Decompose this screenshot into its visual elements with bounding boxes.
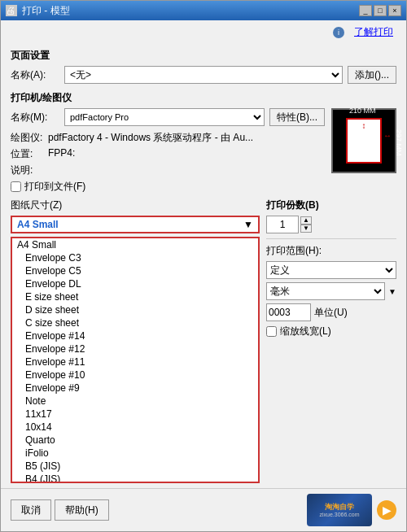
list-item[interactable]: 11x17 [12,408,258,421]
printer-name-label: 名称(M): [11,111,59,124]
print-to-file-row: 打印到文件(F) [11,180,325,194]
maximize-button[interactable]: □ [374,5,387,16]
list-item[interactable]: Envelope DL [12,277,258,290]
unit-section: 毫米 英寸 ▼ [266,282,396,300]
lineweight-row: 缩放线宽(L) [266,325,396,338]
unit-dropdown[interactable]: 毫米 英寸 [266,282,385,300]
printer-name-row: 名称(M): pdfFactory Pro 特性(B)... [11,108,325,126]
print-to-file-label: 打印到文件(F) [24,180,85,194]
printer-left: 名称(M): pdfFactory Pro 特性(B)... 绘图仪: pdfF… [11,108,325,194]
close-button[interactable]: × [388,5,401,16]
print-preview: 210 MM ↕ 297 MM ↔ [331,108,396,173]
dimension-row: 单位(U) [266,303,396,321]
bottom-right: 淘淘自学 zixue.3066.com ▶ [307,494,396,526]
spinner-up-button[interactable]: ▲ [300,216,312,225]
title-bar-left: 🖨 打印 - 模型 [6,4,70,18]
help-button[interactable]: 帮助(H) [55,499,109,521]
paper-size-listbox[interactable]: A4 SmallEnvelope C3Envelope C5Envelope D… [11,237,260,483]
list-item[interactable]: Quarto [12,434,258,447]
brand-url: zixue.3066.com [319,512,359,517]
spinner-buttons: ▲ ▼ [300,216,312,233]
paper-size-label: 图纸尺寸(Z) [11,198,62,212]
list-item[interactable]: Envelope C3 [12,251,258,264]
info-icon: i [333,27,344,38]
x-dimension-input[interactable] [266,303,311,321]
window-title: 打印 - 模型 [22,4,70,18]
copies-label: 打印份数(B) [266,198,396,212]
main-layout: 图纸尺寸(Z) A4 Small ▼ A4 SmallEnvelope C3En… [11,198,396,483]
title-bar: 🖨 打印 - 模型 _ □ × [1,1,406,20]
plot-area-dropdown[interactable]: 定义 布局 范围 显示 窗口 [266,261,396,279]
top-arrow-icon: ↕ [362,121,366,130]
location-row: 位置: FPP4: [11,147,325,161]
right-arrow-icon: ↔ [383,131,392,140]
printer-content: 名称(M): pdfFactory Pro 特性(B)... 绘图仪: pdfF… [11,108,396,194]
window-icon: 🖨 [6,5,17,16]
lineweight-checkbox[interactable] [266,326,277,337]
printer-name-dropdown[interactable]: pdfFactory Pro [64,108,265,126]
ok-button[interactable]: ▶ [377,500,396,520]
paper-size-label-row: 图纸尺寸(Z) [11,198,260,212]
name-row: 名称(A): <无> 添加()... [11,66,396,84]
list-item[interactable]: Envelope #10 [12,368,258,382]
list-item[interactable]: Envelope #9 [12,382,258,395]
unit-label: 单位(U) [314,306,348,320]
list-item[interactable]: B5 (JIS) [12,460,258,473]
title-bar-controls: _ □ × [359,5,401,16]
list-item[interactable]: Note [12,395,258,408]
copies-section: 打印份数(B) 1 ▲ ▼ [266,198,396,233]
list-item[interactable]: Envelope #12 [12,342,258,355]
graph-value: pdfFactory 4 - Windows 系统驱动程序 - 由 Au... [48,131,253,145]
preview-height-label: 297 MM [395,129,403,156]
graph-row: 绘图仪: pdfFactory 4 - Windows 系统驱动程序 - 由 A… [11,131,325,145]
bottom-left: 取消 帮助(H) [11,499,109,521]
unit-row: 毫米 英寸 ▼ [266,282,396,300]
list-item[interactable]: Envelope #14 [12,329,258,342]
unit-arrow-icon: ▼ [388,287,396,296]
printer-title: 打印机/绘图仪 [11,91,396,105]
main-window: 🖨 打印 - 模型 _ □ × i 了解打印 页面设置 名称(A): <无> 添… [0,0,407,532]
help-bar: i 了解打印 [1,20,406,44]
location-label: 位置: [11,147,43,161]
left-panel: 图纸尺寸(Z) A4 Small ▼ A4 SmallEnvelope C3En… [11,198,260,483]
cancel-button[interactable]: 取消 [11,499,51,521]
divider-1 [266,238,396,239]
page-setup-title: 页面设置 [11,49,396,63]
list-item[interactable]: 10x14 [12,421,258,434]
list-item[interactable]: B4 (JIS) [12,473,258,483]
list-item[interactable]: Envelope #11 [12,355,258,368]
print-to-file-checkbox[interactable] [11,181,21,192]
list-item[interactable]: Envelope C5 [12,264,258,277]
list-item[interactable]: iFolio [12,447,258,460]
plot-area-label: 打印范围(H): [266,244,396,258]
list-item[interactable]: A4 Small [12,238,258,251]
name-label: 名称(A): [11,68,59,82]
spinner-down-button[interactable]: ▼ [300,225,312,233]
graph-label: 绘图仪: [11,131,43,145]
name-dropdown[interactable]: <无> [64,66,343,84]
list-item[interactable]: E size sheet [12,290,258,303]
properties-button[interactable]: 特性(B)... [269,108,325,126]
copies-input[interactable]: 1 [266,216,299,233]
preview-inner: ↕ [346,118,382,164]
dropdown-arrow-icon: ▼ [243,219,253,230]
preview-width-label: 210 MM [349,107,376,115]
right-panel: 打印份数(B) 1 ▲ ▼ 打印范围(H): 定义 布局 [266,198,396,483]
lineweight-label: 缩放线宽(L) [280,325,331,338]
brand-name: 淘淘自学 [325,503,354,512]
copies-input-row: 1 ▲ ▼ [266,216,396,233]
printer-section: 打印机/绘图仪 名称(M): pdfFactory Pro 特性(B)... 绘… [11,91,396,194]
add-button[interactable]: 添加()... [348,66,396,84]
plot-area-section: 打印范围(H): 定义 布局 范围 显示 窗口 [266,244,396,279]
paper-size-top-dropdown[interactable]: A4 Small ▼ [11,216,260,233]
content-area: 页面设置 名称(A): <无> 添加()... 打印机/绘图仪 名称(M): p… [1,44,406,488]
minimize-button[interactable]: _ [359,5,372,16]
description-label: 说明: [11,164,43,177]
location-value: FPP4: [48,147,75,161]
description-row: 说明: [11,164,325,177]
list-item[interactable]: D size sheet [12,303,258,316]
brand-logo: 淘淘自学 zixue.3066.com [307,494,372,526]
paper-size-selected[interactable]: A4 Small ▼ [12,217,258,232]
list-item[interactable]: C size sheet [12,316,258,329]
help-link[interactable]: 了解打印 [348,22,400,42]
